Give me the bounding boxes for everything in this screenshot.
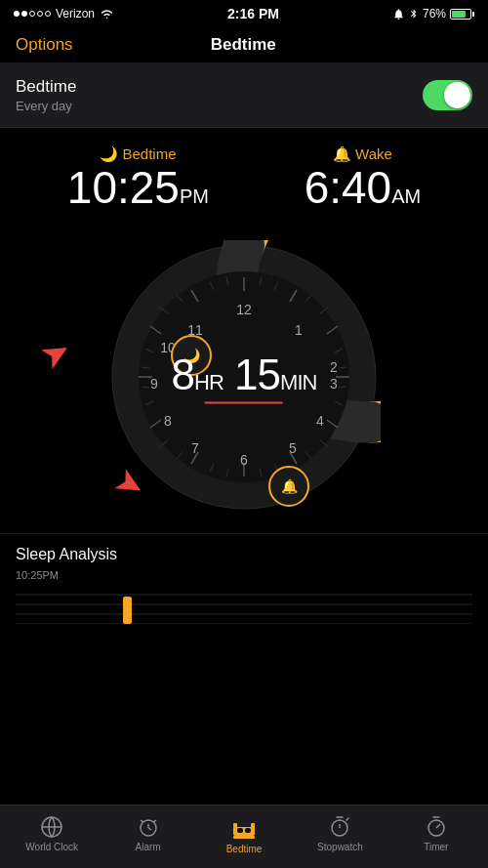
stopwatch-tab-label: Stopwatch	[317, 842, 363, 852]
alarm-tab-label: Alarm	[136, 842, 161, 852]
bluetooth-icon	[409, 7, 419, 21]
svg-rect-56	[123, 597, 132, 624]
battery-icon	[450, 9, 474, 20]
bedtime-label-group: Bedtime Every day	[16, 77, 76, 113]
sleep-icon: 🌙	[100, 145, 118, 162]
svg-text:2: 2	[330, 359, 338, 375]
bedtime-toggle-row: Bedtime Every day	[0, 63, 488, 128]
wake-bell-icon: 🔔	[333, 145, 351, 162]
svg-text:7: 7	[191, 440, 199, 456]
bedtime-sublabel: Every day	[16, 99, 76, 113]
alarm-status-icon	[392, 8, 405, 21]
signal-dot-2	[21, 11, 27, 17]
sleep-chart-time-label: 10:25PM	[16, 569, 472, 581]
wake-time-block: 🔔 Wake 6:40AM	[305, 145, 422, 213]
arrow-up-indicator: ➤	[33, 328, 79, 378]
wake-time-label: 🔔 Wake	[305, 145, 422, 163]
svg-text:6: 6	[240, 452, 248, 468]
svg-text:4: 4	[316, 413, 324, 429]
tab-item-alarm[interactable]: Alarm	[100, 815, 195, 858]
svg-text:5: 5	[289, 440, 297, 456]
carrier-label: Verizon	[56, 7, 95, 21]
svg-rect-69	[245, 828, 251, 833]
bedtime-value: 10:25PM	[67, 163, 209, 213]
svg-line-62	[141, 820, 143, 822]
tab-item-stopwatch[interactable]: Stopwatch	[292, 815, 387, 858]
svg-text:8: 8	[164, 413, 172, 429]
bedtime-label: Bedtime	[16, 77, 76, 97]
options-button[interactable]: Options	[16, 35, 73, 55]
status-bar: Verizon 2:16 PM 76%	[0, 0, 488, 27]
bedtime-toggle[interactable]	[423, 80, 472, 110]
svg-text:3: 3	[330, 376, 338, 392]
svg-rect-67	[233, 836, 255, 839]
sleep-analysis-title: Sleep Analysis	[16, 546, 472, 563]
svg-text:9: 9	[150, 376, 158, 392]
timer-tab-label: Timer	[424, 842, 448, 852]
sleep-analysis-section: Sleep Analysis 10:25PM	[0, 533, 488, 632]
bedtime-time-block: 🌙 Bedtime 10:25PM	[67, 145, 209, 213]
wake-value: 6:40AM	[305, 163, 422, 213]
status-right: 76%	[392, 7, 474, 21]
signal-dot-1	[14, 11, 20, 17]
stopwatch-tab-icon	[328, 815, 351, 839]
svg-text:🔔: 🔔	[281, 478, 299, 495]
sleep-chart-svg	[16, 585, 472, 624]
timer-tab-icon	[425, 815, 448, 839]
signal-dot-4	[37, 11, 43, 17]
tab-item-timer[interactable]: Timer	[388, 815, 484, 858]
svg-rect-68	[237, 828, 243, 833]
bedtime-tab-label: Bedtime	[226, 844, 263, 854]
svg-text:12: 12	[236, 302, 252, 317]
world-clock-tab-label: World Clock	[25, 842, 78, 852]
toggle-knob	[444, 82, 470, 108]
svg-line-75	[436, 824, 440, 828]
status-time: 2:16 PM	[227, 6, 279, 21]
svg-line-63	[153, 820, 156, 822]
status-left: Verizon	[14, 7, 114, 21]
signal-dots	[14, 11, 51, 17]
wifi-icon	[100, 8, 114, 20]
tab-bar: World Clock Alarm Bedtime	[0, 805, 488, 868]
nav-bar: Options Bedtime	[0, 27, 488, 63]
bedtime-time-label: 🌙 Bedtime	[67, 145, 209, 163]
bedtime-tab-icon	[230, 813, 258, 841]
nav-title: Bedtime	[211, 35, 276, 55]
tab-item-world-clock[interactable]: World Clock	[4, 815, 100, 858]
signal-dot-5	[45, 11, 51, 17]
tab-item-bedtime[interactable]: Bedtime	[196, 813, 292, 860]
svg-text:1: 1	[295, 322, 303, 338]
battery-percent: 76%	[423, 7, 446, 21]
svg-line-61	[148, 828, 151, 830]
svg-rect-65	[233, 823, 237, 835]
svg-rect-66	[251, 823, 255, 835]
alarm-tab-icon	[137, 815, 160, 839]
clock-section: ➤	[0, 221, 488, 533]
svg-text:🌙: 🌙	[183, 348, 201, 364]
signal-dot-3	[29, 11, 35, 17]
sleep-chart	[16, 585, 472, 624]
svg-line-73	[346, 818, 348, 820]
world-clock-icon	[40, 815, 63, 839]
time-display: 🌙 Bedtime 10:25PM 🔔 Wake 6:40AM	[0, 128, 488, 221]
